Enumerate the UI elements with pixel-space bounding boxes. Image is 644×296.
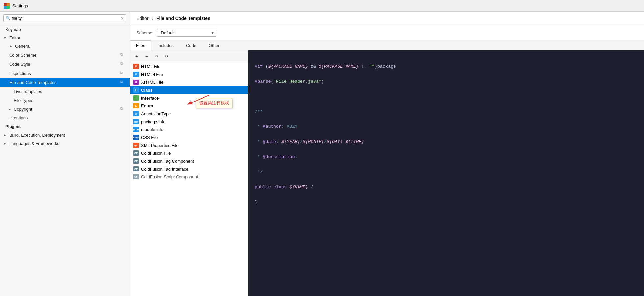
- annotation-icon: @: [133, 111, 139, 116]
- file-item-xhtml[interactable]: X XHTML File: [130, 78, 248, 86]
- sidebar-item-languages[interactable]: Languages & Frameworks: [0, 139, 130, 148]
- copy-icon: ⧉: [120, 80, 126, 85]
- file-item-label: module-info: [141, 127, 163, 132]
- file-item-package-info[interactable]: pkg package-info: [130, 118, 248, 125]
- file-item-annotation[interactable]: @ AnnotationType: [130, 110, 248, 118]
- build-chevron: [3, 133, 8, 137]
- file-item-label: XHTML File: [141, 80, 163, 85]
- breadcrumb-parent: Editor: [136, 16, 149, 21]
- right-panel: Editor › File and Code Templates Scheme:…: [130, 12, 644, 296]
- scheme-row: Scheme: Default Project: [130, 25, 644, 40]
- search-clear-button[interactable]: ✕: [121, 16, 124, 21]
- file-item-label: ColdFusion File: [141, 151, 171, 156]
- file-item-label: ColdFusion Tag Component: [141, 159, 194, 164]
- copy-icon: ⧉: [120, 71, 126, 76]
- xml-icon: xml: [133, 143, 139, 148]
- window-title: Settings: [12, 3, 28, 8]
- tooltip-arrow: [186, 94, 212, 107]
- svg-line-5: [188, 95, 209, 104]
- tab-files[interactable]: Files: [130, 40, 151, 50]
- copy-icon: ⧉: [120, 61, 126, 67]
- file-item-label: HTML4 File: [141, 72, 163, 77]
- svg-rect-0: [4, 3, 7, 6]
- file-item-coldfusion[interactable]: CF ColdFusion File: [130, 149, 248, 157]
- breadcrumb-current: File and Code Templates: [156, 16, 210, 21]
- file-item-label: ColdFusion Script Component: [141, 174, 198, 179]
- sidebar-item-build[interactable]: Build, Execution, Deployment: [0, 131, 130, 139]
- tab-includes[interactable]: Includes: [151, 40, 179, 50]
- sidebar-item-inspections[interactable]: Inspections ⧉: [0, 69, 130, 78]
- module-icon: mod: [133, 127, 139, 132]
- interface-icon: I: [133, 95, 139, 101]
- sidebar-item-copyright[interactable]: Copyright ⧉: [0, 105, 130, 113]
- tab-code[interactable]: Code: [180, 40, 203, 50]
- cf-script-icon: CF: [133, 174, 139, 179]
- copy-icon: ⧉: [120, 52, 126, 57]
- search-input[interactable]: [12, 16, 119, 21]
- cf-icon: CF: [133, 150, 139, 156]
- sidebar-item-code-style[interactable]: Code Style ⧉: [0, 59, 130, 69]
- file-item-html4[interactable]: H HTML4 File: [130, 70, 248, 78]
- svg-rect-2: [4, 6, 7, 9]
- tab-other[interactable]: Other: [203, 40, 226, 50]
- title-bar: Settings: [0, 0, 644, 12]
- sidebar-item-general[interactable]: General: [0, 42, 130, 50]
- css-icon: CSS: [133, 135, 139, 140]
- reset-template-button[interactable]: ↺: [162, 52, 171, 60]
- file-item-label: CSS File: [141, 135, 158, 140]
- copy-template-button[interactable]: ⧉: [152, 52, 161, 60]
- sidebar-item-file-types[interactable]: File Types: [0, 96, 130, 105]
- file-item-css[interactable]: CSS CSS File: [130, 133, 248, 141]
- file-item-label: AnnotationType: [141, 111, 171, 116]
- file-list: 设置类注释模板 H HTML File: [130, 62, 248, 296]
- file-item-label: XML Properties File: [141, 143, 179, 148]
- cf-tag-interface-icon: CF: [133, 166, 139, 171]
- file-item-label: Enum: [141, 103, 153, 108]
- code-editor[interactable]: #if (${PACKAGE_NAME} && ${PACKAGE_NAME} …: [248, 50, 644, 296]
- main-layout: 🔍 ✕ Keymap Editor General Co: [0, 12, 644, 296]
- enum-icon: E: [133, 103, 139, 108]
- file-item-cf-tag-component[interactable]: CF ColdFusion Tag Component: [130, 157, 248, 165]
- app-icon: [3, 3, 10, 9]
- xhtml-icon: X: [133, 80, 139, 85]
- sidebar-item-file-and-code-templates[interactable]: File and Code Templates ⧉: [0, 78, 130, 87]
- scheme-label: Scheme:: [136, 30, 153, 35]
- svg-rect-1: [7, 3, 10, 6]
- scheme-select[interactable]: Default Project: [157, 29, 216, 37]
- add-template-button[interactable]: +: [132, 52, 141, 60]
- tabs-row: Files Includes Code Other: [130, 40, 644, 50]
- scheme-select-wrapper: Default Project: [157, 29, 216, 37]
- remove-template-button[interactable]: −: [142, 52, 151, 60]
- editor-chevron: [3, 36, 8, 40]
- package-icon: pkg: [133, 119, 139, 124]
- file-item-label: package-info: [141, 119, 165, 124]
- sidebar-item-intentions[interactable]: Intentions: [0, 113, 130, 122]
- sidebar-content: Keymap Editor General Color Scheme ⧉ Cod…: [0, 25, 130, 296]
- file-item-module-info[interactable]: mod module-info: [130, 125, 248, 133]
- file-list-toolbar: + − ⧉ ↺: [130, 50, 248, 62]
- search-wrapper: 🔍 ✕: [3, 14, 126, 22]
- html4-icon: H: [133, 72, 139, 77]
- cf-tag-icon: CF: [133, 158, 139, 164]
- sidebar-item-color-scheme[interactable]: Color Scheme ⧉: [0, 50, 130, 59]
- sidebar-item-editor[interactable]: Editor: [0, 34, 130, 42]
- svg-rect-3: [7, 6, 10, 9]
- languages-chevron: [3, 142, 8, 145]
- search-box: 🔍 ✕: [0, 12, 130, 25]
- file-item-cf-script[interactable]: CF ColdFusion Script Component: [130, 173, 248, 181]
- sidebar-item-plugins[interactable]: Plugins: [0, 122, 130, 131]
- class-icon: C: [133, 87, 139, 93]
- copy-icon: ⧉: [120, 106, 126, 112]
- file-item-class[interactable]: C Class: [130, 86, 248, 94]
- content-area: + − ⧉ ↺ 设置类注释模板: [130, 50, 644, 296]
- file-item-html[interactable]: H HTML File: [130, 62, 248, 70]
- breadcrumb: Editor › File and Code Templates: [130, 12, 644, 25]
- copyright-chevron: [8, 107, 12, 111]
- sidebar-item-live-templates[interactable]: Live Templates: [0, 87, 130, 96]
- sidebar-item-keymap[interactable]: Keymap: [0, 25, 130, 34]
- html-icon: H: [133, 64, 139, 69]
- file-item-label: ColdFusion Tag Interface: [141, 167, 188, 171]
- file-item-label: Class: [141, 88, 153, 93]
- file-item-cf-tag-interface[interactable]: CF ColdFusion Tag Interface: [130, 165, 248, 173]
- file-item-xml-properties[interactable]: xml XML Properties File: [130, 141, 248, 149]
